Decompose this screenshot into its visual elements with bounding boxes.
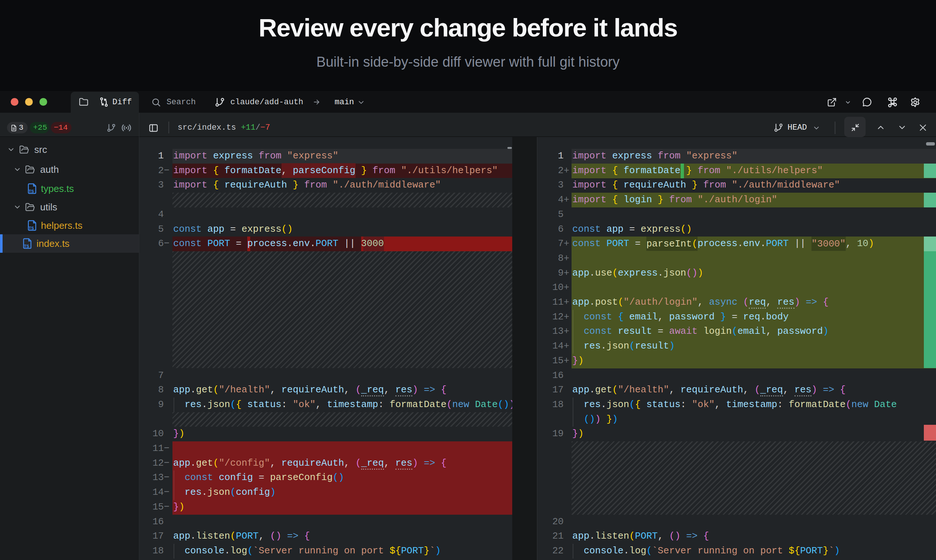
svg-text:TS: TS (29, 226, 34, 230)
svg-text:TS: TS (29, 189, 34, 194)
svg-text:TS: TS (24, 244, 29, 248)
